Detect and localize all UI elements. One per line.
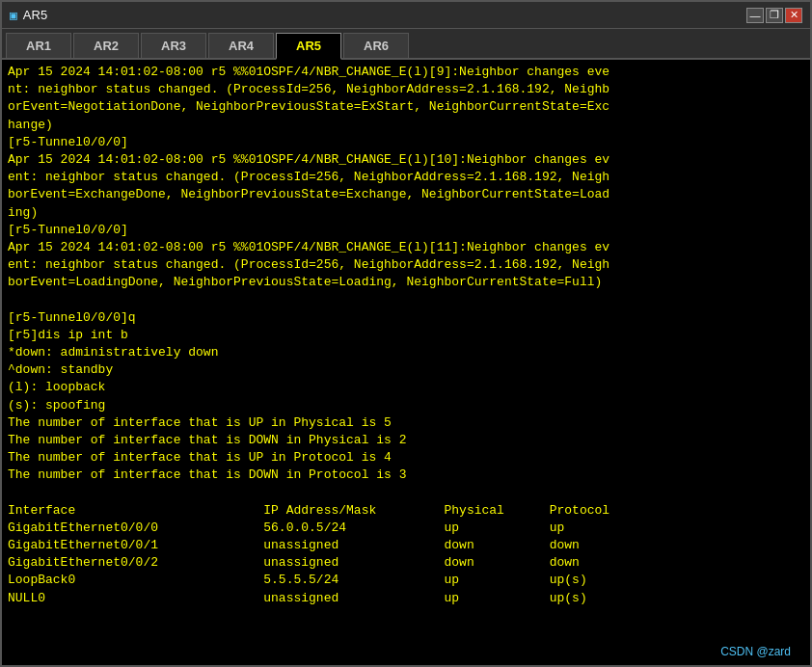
window-controls: — ❐ ✕ (746, 8, 802, 23)
tab-ar4[interactable]: AR4 (208, 33, 274, 58)
close-button[interactable]: ✕ (785, 8, 802, 23)
table-row-4: LoopBack0 5.5.5.5/24 up up(s) (8, 573, 587, 587)
table-row-5: NULL0 unassigned up up(s) (8, 591, 587, 605)
terminal-output[interactable]: Apr 15 2024 14:01:02-08:00 r5 %%01OSPF/4… (2, 60, 810, 665)
tab-ar6[interactable]: AR6 (343, 33, 409, 58)
restore-button[interactable]: ❐ (766, 8, 783, 23)
table-header: Interface IP Address/Mask Physical Proto… (8, 503, 609, 518)
window-title: AR5 (23, 8, 47, 22)
table-row-1: GigabitEthernet0/0/0 56.0.0.5/24 up up (8, 520, 564, 535)
table-row-2: GigabitEthernet0/0/1 unassigned down dow… (8, 538, 580, 552)
table-row-3: GigabitEthernet0/0/2 unassigned down dow… (8, 555, 580, 570)
tab-ar3[interactable]: AR3 (141, 33, 206, 58)
watermark: CSDN @zard (720, 644, 791, 660)
tab-ar5[interactable]: AR5 (276, 33, 341, 60)
app-icon: ▣ (10, 8, 17, 23)
tab-bar: AR1 AR2 AR3 AR4 AR5 AR6 (2, 29, 810, 60)
tab-ar1[interactable]: AR1 (6, 33, 71, 58)
terminal-text: Apr 15 2024 14:01:02-08:00 r5 %%01OSPF/4… (8, 64, 804, 607)
minimize-button[interactable]: — (746, 8, 764, 23)
title-bar-left: ▣ AR5 (10, 8, 47, 23)
tab-ar2[interactable]: AR2 (73, 33, 139, 58)
terminal-area: Apr 15 2024 14:01:02-08:00 r5 %%01OSPF/4… (2, 60, 810, 665)
main-window: ▣ AR5 — ❐ ✕ AR1 AR2 AR3 AR4 AR5 AR6 Apr … (0, 0, 812, 667)
title-bar: ▣ AR5 — ❐ ✕ (2, 2, 810, 29)
